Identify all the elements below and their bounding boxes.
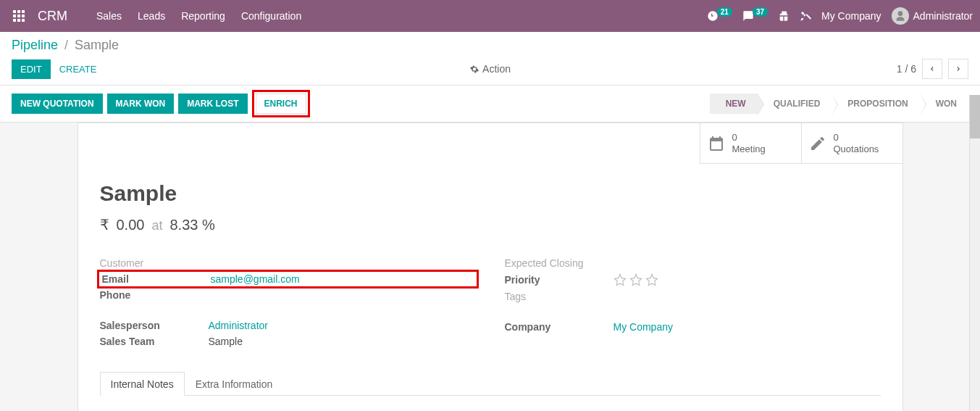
apps-grid-icon[interactable] xyxy=(13,10,25,22)
nav-leads[interactable]: Leads xyxy=(138,10,165,22)
pager: 1 / 6 xyxy=(897,59,968,79)
stage-proposition[interactable]: PROPOSITION xyxy=(832,94,919,114)
salesperson-value[interactable]: Administrator xyxy=(209,320,268,331)
topbar-right: 21 37 My Company Administrator xyxy=(707,7,973,25)
email-label: Email xyxy=(102,273,211,285)
email-highlight: Email sample@gmail.com xyxy=(97,270,479,288)
action-menu[interactable]: Action xyxy=(469,63,511,75)
calendar-icon xyxy=(708,135,725,152)
company-selector[interactable]: My Company xyxy=(821,10,881,22)
action-label: Action xyxy=(482,63,511,75)
star-icon[interactable] xyxy=(629,273,642,286)
user-name: Administrator xyxy=(913,10,973,22)
star-icon[interactable] xyxy=(645,273,658,286)
edit-note-icon xyxy=(809,135,826,152)
fields-right: Expected Closing Priority Tags Company xyxy=(505,255,881,349)
amount-row: ₹ 0.00 at 8.33 % xyxy=(100,216,881,233)
pager-text: 1 / 6 xyxy=(897,63,916,75)
stage-new[interactable]: NEW xyxy=(710,94,758,114)
stage-bar: NEW QUALIFIED PROPOSITION WON xyxy=(710,94,968,114)
stat-boxes: 0 Meeting 0 Quotations xyxy=(700,123,902,164)
salesteam-value: Sample xyxy=(209,336,243,347)
nav-links: Sales Leads Reporting Configuration xyxy=(96,10,301,22)
statbox-quotations[interactable]: 0 Quotations xyxy=(801,123,902,164)
tags-label: Tags xyxy=(505,291,613,302)
avatar-icon xyxy=(892,7,909,25)
nav-sales[interactable]: Sales xyxy=(96,10,122,22)
company-label: Company xyxy=(505,321,613,333)
control-bar: Pipeline / Sample EDIT CREATE Action 1 /… xyxy=(0,32,980,86)
at-label: at xyxy=(151,218,162,233)
form-sheet: 0 Meeting 0 Quotations Sample ₹ 0.00 at … xyxy=(78,123,903,411)
activity-indicator[interactable]: 21 xyxy=(707,10,732,22)
record-title: Sample xyxy=(100,181,881,206)
chat-badge: 37 xyxy=(753,7,768,17)
statbox-meeting[interactable]: 0 Meeting xyxy=(700,123,801,164)
fields-left: Customer Email sample@gmail.com Phone Sa… xyxy=(100,255,476,349)
tab-extra-info[interactable]: Extra Information xyxy=(185,372,284,396)
new-quotation-button[interactable]: NEW QUOTATION xyxy=(12,94,103,114)
tab-internal-notes[interactable]: Internal Notes xyxy=(100,372,185,396)
star-icon[interactable] xyxy=(613,273,627,286)
create-button[interactable]: CREATE xyxy=(51,59,106,79)
currency-symbol: ₹ xyxy=(100,216,109,233)
gear-icon xyxy=(469,65,479,74)
salesteam-label: Sales Team xyxy=(100,336,209,347)
priority-stars[interactable] xyxy=(613,273,658,286)
gift-icon[interactable] xyxy=(778,10,790,22)
pager-prev[interactable] xyxy=(922,59,942,79)
phone-label: Phone xyxy=(100,289,209,301)
nav-reporting[interactable]: Reporting xyxy=(181,10,225,22)
discuss-indicator[interactable]: 37 xyxy=(742,10,768,22)
chevron-right-icon xyxy=(955,65,962,72)
app-brand[interactable]: CRM xyxy=(38,9,67,24)
stage-qualified[interactable]: QUALIFIED xyxy=(758,94,832,114)
breadcrumb-current: Sample xyxy=(75,38,119,52)
main-area: 0 Meeting 0 Quotations Sample ₹ 0.00 at … xyxy=(0,123,980,411)
quotations-count: 0 xyxy=(834,132,879,144)
pager-next[interactable] xyxy=(948,59,968,79)
meeting-count: 0 xyxy=(732,132,766,144)
user-menu[interactable]: Administrator xyxy=(892,7,973,25)
salesperson-label: Salesperson xyxy=(100,320,209,331)
enrich-highlight: ENRICH xyxy=(252,90,310,117)
tools-icon[interactable] xyxy=(800,10,811,22)
action-row: NEW QUOTATION MARK WON MARK LOST ENRICH … xyxy=(0,86,980,123)
tabs: Internal Notes Extra Information xyxy=(100,371,881,396)
enrich-button[interactable]: ENRICH xyxy=(256,94,306,114)
meeting-label: Meeting xyxy=(732,144,766,155)
expected-closing-label: Expected Closing xyxy=(505,257,613,269)
company-value[interactable]: My Company xyxy=(613,321,673,333)
stage-won[interactable]: WON xyxy=(920,94,968,114)
mark-won-button[interactable]: MARK WON xyxy=(107,94,175,114)
nav-configuration[interactable]: Configuration xyxy=(241,10,301,22)
percent-value: 8.33 % xyxy=(169,217,214,233)
mark-lost-button[interactable]: MARK LOST xyxy=(178,94,247,114)
breadcrumb: Pipeline / Sample xyxy=(12,38,968,53)
email-value[interactable]: sample@gmail.com xyxy=(211,273,300,285)
quotations-label: Quotations xyxy=(834,144,879,155)
chevron-left-icon xyxy=(929,65,936,72)
activity-badge: 21 xyxy=(717,7,732,17)
breadcrumb-sep: / xyxy=(64,38,68,52)
breadcrumb-root[interactable]: Pipeline xyxy=(12,38,58,52)
scrollbar[interactable] xyxy=(969,95,980,411)
customer-label: Customer xyxy=(100,257,209,269)
top-navbar: CRM Sales Leads Reporting Configuration … xyxy=(0,0,980,32)
amount-value: 0.00 xyxy=(117,217,145,233)
priority-label: Priority xyxy=(505,274,613,286)
edit-button[interactable]: EDIT xyxy=(12,59,51,79)
fields-grid: Customer Email sample@gmail.com Phone Sa… xyxy=(100,255,881,349)
scroll-thumb[interactable] xyxy=(970,95,980,138)
